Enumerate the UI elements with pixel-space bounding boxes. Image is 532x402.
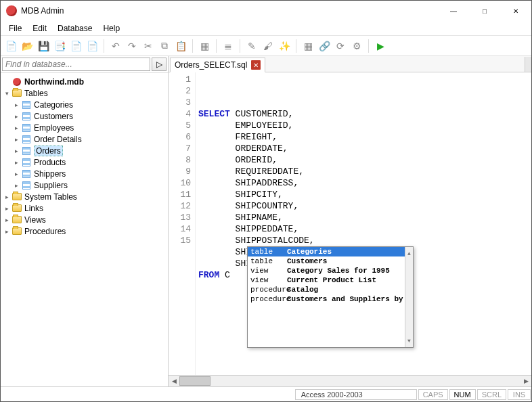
tree-folder-system-tables[interactable]: ▸System Tables: [2, 191, 167, 202]
tab-orders-select[interactable]: Orders_SELECT.sql ✕: [170, 58, 265, 72]
cut-icon[interactable]: ✂: [141, 39, 156, 53]
autocomplete-item[interactable]: procedureCustomers and Suppliers by C: [248, 294, 405, 304]
status-scrl: SCRL: [477, 389, 506, 400]
tree-folder-links[interactable]: ▸Links: [2, 202, 167, 214]
paste-icon[interactable]: 📋: [173, 39, 188, 53]
tab-label: Orders_SELECT.sql: [175, 60, 247, 70]
add-page-icon[interactable]: 📄: [68, 39, 83, 53]
code-area[interactable]: SELECT CUSTOMERID, EMPLOYEEID, FREIGHT, …: [196, 72, 531, 375]
tree-twist-icon[interactable]: ▸: [12, 182, 21, 189]
tree-twist-icon[interactable]: ▸: [12, 125, 21, 131]
tree-folder-tables[interactable]: ▾Tables: [2, 87, 167, 99]
menu-database[interactable]: Database: [52, 22, 97, 35]
tree-table-customers[interactable]: ▸Customers: [2, 110, 167, 122]
popup-scrollbar[interactable]: ▲▼: [405, 247, 413, 347]
remove-page-icon[interactable]: 📄: [85, 39, 99, 53]
tree-twist-icon[interactable]: ▸: [12, 113, 21, 120]
gear-icon[interactable]: ⚙: [349, 39, 364, 53]
close-button[interactable]: ✕: [500, 1, 531, 21]
window-title: MDB Admin: [21, 6, 438, 16]
tree-folder-views[interactable]: ▸Views: [2, 214, 167, 225]
tree-twist-icon[interactable]: ▸: [2, 228, 12, 235]
tree-node-label: Customers: [34, 112, 73, 121]
tree-node-label: Orders: [34, 146, 63, 156]
code-line: SHIPPOSTALCODE,: [198, 235, 529, 246]
menu-edit[interactable]: Edit: [27, 22, 52, 35]
tree-twist-icon[interactable]: ▸: [12, 102, 21, 108]
toolbar-separator: [368, 39, 369, 53]
scroll-right-icon[interactable]: ▶: [520, 376, 531, 386]
tree-node-label: Products: [34, 158, 66, 167]
copy2-icon[interactable]: ⧉: [157, 39, 172, 53]
tree-node-label: Northwind.mdb: [24, 77, 84, 87]
tree-node-icon: [12, 204, 22, 213]
tree-node-icon: [21, 146, 32, 156]
scroll-left-icon[interactable]: ◀: [169, 376, 179, 386]
tree-node-icon: [21, 100, 32, 110]
scroll-thumb[interactable]: [179, 376, 210, 386]
toolbar-separator: [240, 39, 240, 53]
refresh-icon[interactable]: ⟳: [333, 39, 348, 53]
minimize-button[interactable]: —: [438, 1, 469, 21]
redo-icon[interactable]: ↷: [125, 39, 139, 53]
save-icon[interactable]: 💾: [36, 39, 51, 53]
run-icon[interactable]: ▶: [373, 39, 388, 53]
code-line: SHIPPEDDATE,: [198, 223, 529, 235]
tree-twist-icon[interactable]: ▾: [2, 90, 12, 97]
tree-twist-icon[interactable]: ▸: [12, 159, 21, 166]
tree-table-suppliers[interactable]: ▸Suppliers: [2, 179, 167, 191]
database-tree[interactable]: Northwind.mdb▾Tables▸Categories▸Customer…: [1, 73, 168, 386]
tree-node-icon: [21, 158, 32, 167]
tab-close-icon[interactable]: ✕: [251, 60, 261, 70]
tree-table-shippers[interactable]: ▸Shippers: [2, 168, 167, 179]
wand2-icon[interactable]: ✨: [277, 39, 292, 53]
search-input[interactable]: [2, 58, 150, 71]
open-icon[interactable]: 📂: [20, 39, 35, 53]
tree-twist-icon[interactable]: ▸: [12, 171, 21, 177]
table-icon[interactable]: ▦: [301, 39, 315, 53]
tree-table-categories[interactable]: ▸Categories: [2, 99, 167, 110]
tree-table-order-details[interactable]: ▸Order Details: [2, 133, 167, 145]
tree-twist-icon[interactable]: ▸: [12, 148, 21, 154]
search-go-button[interactable]: ▷: [152, 58, 167, 71]
toolbar-separator: [216, 39, 217, 53]
titlebar: MDB Admin — □ ✕: [1, 1, 531, 21]
tree-node-icon: [21, 135, 32, 144]
tree-twist-icon[interactable]: ▸: [2, 194, 12, 200]
copy-icon[interactable]: 📑: [52, 39, 67, 53]
content: ▷ Northwind.mdb▾Tables▸Categories▸Custom…: [1, 56, 531, 386]
menu-file[interactable]: File: [3, 22, 27, 35]
tree-twist-icon[interactable]: ▸: [2, 217, 12, 223]
status-num: NUM: [449, 389, 476, 400]
tree-node-label: Categories: [34, 100, 73, 110]
wand-icon[interactable]: ✎: [244, 39, 259, 53]
autocomplete-list[interactable]: tableCategoriestableCustomersviewCategor…: [248, 247, 405, 347]
undo-icon[interactable]: ↶: [108, 39, 123, 53]
grid-icon[interactable]: ▦: [197, 39, 212, 53]
tree-table-products[interactable]: ▸Products: [2, 156, 167, 168]
autocomplete-popup[interactable]: tableCategoriestableCustomersviewCategor…: [247, 246, 414, 348]
tree-node-label: System Tables: [24, 192, 77, 202]
tab-overflow-indicator: [525, 57, 531, 72]
maximize-button[interactable]: □: [469, 1, 500, 21]
menu-help[interactable]: Help: [97, 22, 125, 35]
autocomplete-name: Customers and Suppliers by C: [287, 294, 405, 305]
code-line: ORDERDATE,: [198, 143, 529, 154]
tree-db-root[interactable]: Northwind.mdb: [2, 76, 167, 87]
list-icon[interactable]: ≣: [221, 39, 236, 53]
brush-icon[interactable]: 🖌: [261, 39, 275, 53]
code-line: SHIPCITY,: [198, 189, 529, 200]
sql-editor[interactable]: 123456789101112131415 SELECT CUSTOMERID,…: [169, 72, 531, 375]
tree-twist-icon[interactable]: ▸: [2, 205, 12, 212]
horizontal-scrollbar[interactable]: ◀ ▶: [169, 375, 531, 386]
link-icon[interactable]: 🔗: [317, 39, 332, 53]
tree-table-employees[interactable]: ▸Employees: [2, 122, 167, 133]
editor-wrap: 123456789101112131415 SELECT CUSTOMERID,…: [169, 72, 531, 386]
line-gutter: 123456789101112131415: [169, 72, 196, 375]
new-icon[interactable]: 📄: [3, 39, 18, 53]
tree-twist-icon[interactable]: ▸: [12, 136, 21, 143]
autocomplete-kind: procedure: [250, 294, 287, 305]
tree-folder-procedures[interactable]: ▸Procedures: [2, 225, 167, 237]
tree-node-label: Order Details: [34, 135, 82, 144]
tree-table-orders[interactable]: ▸Orders: [2, 145, 167, 156]
